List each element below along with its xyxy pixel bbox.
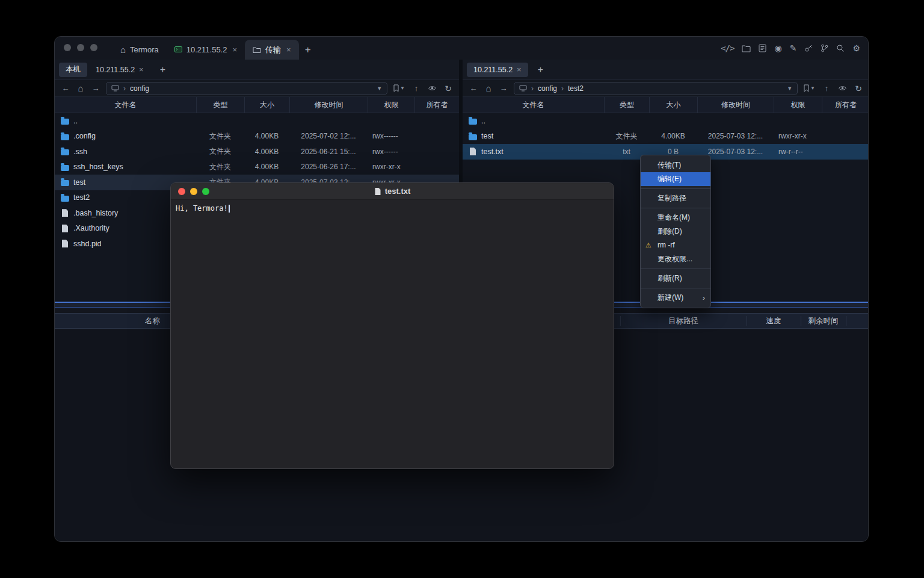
menu-item-label: 重命名(M)	[658, 213, 690, 222]
menu-item[interactable]: 传输(T)	[641, 158, 710, 172]
home-icon[interactable]: ⌂	[76, 83, 85, 93]
minimize-window-button[interactable]	[190, 188, 197, 195]
menu-separator	[641, 288, 710, 288]
close-window-button[interactable]	[64, 44, 71, 51]
settings-icon[interactable]: ⚙	[852, 44, 860, 52]
menu-item[interactable]: 新建(W)›	[641, 291, 710, 305]
cell-type: 文件夹	[196, 162, 244, 172]
forward-icon[interactable]: →	[91, 84, 100, 93]
menu-item[interactable]: 复制路径	[641, 191, 710, 205]
refresh-icon[interactable]: ↻	[854, 84, 863, 93]
zoom-window-button[interactable]	[202, 188, 209, 195]
cell-perms: rwxr-xr-x	[774, 132, 822, 140]
cell-perms: rw-r--r--	[774, 148, 822, 156]
new-tab-button[interactable]: +	[299, 40, 317, 60]
transfer-column-speed[interactable]: 速度	[747, 314, 801, 328]
close-icon[interactable]: ×	[232, 45, 237, 54]
breadcrumb-segment[interactable]: test2	[568, 84, 584, 93]
chevron-down-icon: ▼	[400, 85, 405, 91]
home-icon[interactable]: ⌂	[484, 83, 493, 93]
table-row[interactable]: .config文件夹4.00KB2025-07-02 12:...rwx----…	[55, 129, 459, 144]
close-icon[interactable]: ×	[517, 65, 522, 74]
breadcrumb[interactable]: › config ▼	[106, 82, 387, 95]
minimize-window-button[interactable]	[77, 44, 84, 51]
branch-icon[interactable]	[821, 44, 828, 52]
show-hidden-files-icon[interactable]	[428, 85, 437, 92]
warning-icon: ⚠	[645, 238, 651, 252]
column-header[interactable]: 类型	[196, 97, 244, 113]
forward-icon[interactable]: →	[499, 84, 508, 93]
folder-icon[interactable]	[742, 45, 751, 52]
parent-directory-icon[interactable]: ↑	[411, 84, 421, 93]
column-header[interactable]: 大小	[649, 97, 697, 113]
table-row[interactable]: ..	[463, 113, 869, 129]
column-header[interactable]: 权限	[368, 97, 414, 113]
menu-item[interactable]: ⚠rm -rf	[641, 238, 710, 252]
close-icon[interactable]: ×	[139, 65, 144, 74]
tab-remote-host[interactable]: 10.211.55.2 ×	[467, 63, 528, 77]
menu-item[interactable]: 删除(D)	[641, 225, 710, 238]
table-row[interactable]: test文件夹4.00KB2025-07-03 12:...rwxr-xr-x	[463, 129, 869, 144]
tab-transfer[interactable]: 传输 ×	[245, 40, 299, 60]
transfer-column-remaining-time[interactable]: 剩余时间	[801, 314, 846, 328]
column-header[interactable]: 修改时间	[289, 97, 368, 113]
chevron-down-icon[interactable]: ▼	[787, 85, 792, 92]
search-icon[interactable]	[836, 44, 845, 52]
new-file-tab-button[interactable]: +	[534, 64, 547, 75]
bookmark-icon[interactable]: ▼	[803, 84, 815, 92]
column-header[interactable]: 文件名	[463, 97, 604, 113]
column-header[interactable]: 所有者	[414, 97, 459, 113]
key-icon[interactable]	[804, 44, 813, 52]
code-icon[interactable]: </>	[721, 44, 734, 52]
menu-item[interactable]: 编辑(E)	[641, 172, 710, 186]
column-header[interactable]: 所有者	[822, 97, 869, 113]
refresh-icon[interactable]: ↻	[443, 84, 453, 93]
menu-item[interactable]: 重命名(M)	[641, 211, 710, 225]
close-icon[interactable]: ×	[286, 45, 291, 54]
tab-home[interactable]: ⌂ Termora	[112, 40, 167, 60]
tab-local[interactable]: 本机	[59, 63, 87, 77]
tab-remote-host[interactable]: 10.211.55.2 ×	[89, 63, 150, 77]
zoom-window-button[interactable]	[90, 44, 97, 51]
table-row[interactable]: ..	[55, 113, 459, 129]
tab-local-label: 本机	[66, 64, 81, 75]
column-header[interactable]: 修改时间	[697, 97, 774, 113]
new-file-tab-button[interactable]: +	[156, 64, 169, 75]
edit-icon[interactable]: ✎	[790, 44, 797, 52]
menu-item-label: 传输(T)	[658, 161, 681, 169]
chevron-down-icon[interactable]: ▼	[377, 85, 382, 92]
record-icon[interactable]: ◉	[774, 44, 781, 52]
table-row[interactable]: ssh_host_keys文件夹4.00KB2025-06-26 17:...r…	[55, 160, 459, 175]
file-name: ..	[481, 117, 485, 125]
column-header[interactable]: 大小	[244, 97, 289, 113]
table-row[interactable]: .ssh文件夹4.00KB2025-06-21 15:...rwx------	[55, 144, 459, 160]
folder-icon	[61, 119, 69, 125]
cell-filename: test.txt	[463, 148, 604, 156]
log-icon[interactable]	[759, 44, 766, 52]
bookmark-icon[interactable]: ▼	[393, 84, 405, 92]
tab-remote-label: 10.211.55.2	[96, 66, 135, 74]
file-name: .ssh	[73, 148, 87, 156]
submenu-chevron-icon: ›	[703, 291, 705, 305]
editor-text: Hi, Termora!	[176, 204, 228, 213]
show-hidden-files-icon[interactable]	[838, 85, 847, 92]
context-menu: 传输(T)编辑(E)复制路径重命名(M)删除(D)⚠rm -rf更改权限...刷…	[640, 155, 711, 308]
column-header[interactable]: 类型	[604, 97, 649, 113]
transfer-column-target-path[interactable]: 目标路径	[620, 314, 747, 328]
editor-titlebar[interactable]: test.txt	[171, 183, 614, 200]
breadcrumb-segment[interactable]: config	[130, 84, 149, 93]
menu-item[interactable]: 刷新(R)	[641, 272, 710, 285]
column-header[interactable]: 权限	[774, 97, 822, 113]
back-icon[interactable]: ←	[61, 84, 70, 93]
breadcrumb[interactable]: › config › test2 ▼	[514, 82, 798, 95]
menu-item-label: rm -rf	[658, 241, 675, 249]
close-window-button[interactable]	[178, 188, 185, 195]
menu-item[interactable]: 更改权限...	[641, 252, 710, 266]
breadcrumb-segment[interactable]: config	[538, 84, 557, 93]
back-icon[interactable]: ←	[469, 84, 478, 93]
tab-host-session[interactable]: 10.211.55.2 ×	[167, 40, 245, 60]
column-header[interactable]: 文件名	[55, 97, 196, 113]
right-table-body: ..test文件夹4.00KB2025-07-03 12:...rwxr-xr-…	[463, 113, 869, 160]
parent-directory-icon[interactable]: ↑	[822, 84, 831, 93]
editor-content[interactable]: Hi, Termora!	[171, 200, 614, 217]
